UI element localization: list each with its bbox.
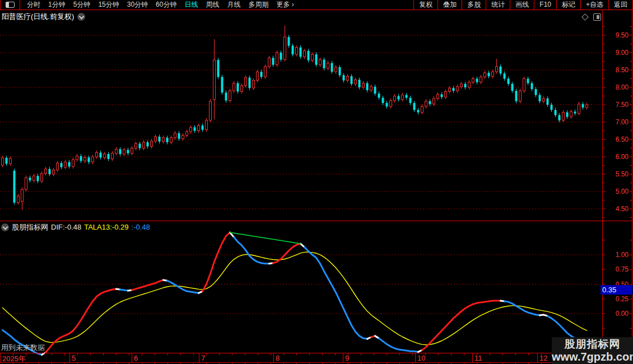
menu-item-5分钟[interactable]: 5分钟: [73, 0, 91, 10]
period-menu: 分时1分钟5分钟15分钟30分钟60分钟日线周线月线多周期更多 ›: [20, 0, 301, 10]
price-axis-label: 7.00: [603, 118, 629, 126]
indicator-axis-label: 0.25: [603, 295, 629, 303]
price-axis-label: 7.50: [603, 101, 629, 109]
layout-toggle-button[interactable]: [1, 0, 20, 10]
timeline-month-label: 12: [539, 354, 547, 362]
price-axis-label: 9.00: [603, 49, 629, 57]
menu-item-分时[interactable]: 分时: [27, 0, 40, 10]
top-menubar: 分时1分钟5分钟15分钟30分钟60分钟日线周线月线多周期更多 › 复权叠加多股…: [0, 0, 633, 10]
menu-item-返回[interactable]: 返回: [608, 0, 632, 10]
site-watermark: 股朋指标网 www.7gpzb.com: [552, 337, 633, 364]
menu-item-月线[interactable]: 月线: [227, 0, 240, 10]
watermark-name: 股朋指标网: [552, 338, 633, 351]
dif-line-segment: [505, 301, 540, 315]
axis-value-marker: 0.35: [601, 285, 632, 295]
stock-app-window: 分时1分钟5分钟15分钟30分钟60分钟日线周线月线多周期更多 › 复权叠加多股…: [0, 0, 633, 364]
menu-item-多周期[interactable]: 多周期: [248, 0, 268, 10]
dif-line-segment: [305, 247, 367, 339]
dif-line-segment: [422, 301, 501, 350]
chart-canvas[interactable]: [0, 0, 633, 364]
menu-item-多股[interactable]: 多股: [462, 0, 486, 10]
indicator-header: 股朋指标网 DIF:-0.48 TALA13:-0.29 :-0.48: [1, 223, 150, 232]
chevron-down-icon[interactable]: [77, 13, 85, 21]
timeline-month-label: 5: [72, 354, 76, 362]
gridlines: [0, 35, 602, 314]
menu-item-更多 ›[interactable]: 更多 ›: [276, 0, 294, 10]
menu-item-标记[interactable]: 标记: [556, 0, 580, 10]
timeline-month-label: 6: [134, 354, 138, 362]
chart-title-row: 阳普医疗(日线.前复权): [2, 12, 85, 22]
menu-item-+自选[interactable]: +自选: [580, 0, 608, 10]
menu-item-1分钟[interactable]: 1分钟: [48, 0, 66, 10]
indicator-name: 股朋指标网: [12, 223, 48, 232]
tools-menu: 复权叠加多股统计画线F10标记+自选返回: [413, 0, 633, 10]
indicator-axis-label: 1.00: [603, 251, 629, 259]
third-line-readout: :-0.48: [131, 223, 150, 232]
indicator-axis-label: 0.00: [603, 310, 629, 318]
menu-item-30分钟[interactable]: 30分钟: [127, 0, 148, 10]
dif-line-segment: [132, 280, 164, 290]
timeline-month-label: 10: [417, 354, 425, 362]
dif-line-segment: [234, 237, 269, 264]
watermark-url: www.7gpzb.com: [552, 351, 633, 363]
menu-item-复权[interactable]: 复权: [413, 0, 437, 10]
menu-item-F10[interactable]: F10: [534, 0, 556, 10]
menu-item-统计[interactable]: 统计: [486, 0, 510, 10]
timeline-month-label: 11: [474, 354, 482, 362]
dif-line-segment: [120, 290, 128, 291]
price-axis-label: 5.50: [603, 170, 629, 178]
dif-line-segment: [46, 289, 117, 352]
price-axis-label: 8.50: [603, 66, 629, 74]
indicator-chevron-down-icon[interactable]: [1, 223, 9, 231]
future-data-note: 用到未来数据: [1, 343, 45, 353]
timeline-month-label: 8: [276, 354, 280, 362]
indicator-lines: [3, 232, 587, 354]
menu-item-画线[interactable]: 画线: [510, 0, 534, 10]
timeline-year-label: 2025年: [2, 354, 26, 364]
price-axis-label: 9.50: [603, 31, 629, 39]
candlestick-series: [2, 26, 588, 210]
price-axis-label: 4.50: [603, 205, 629, 213]
tala13-readout: TALA13:-0.29: [84, 223, 128, 232]
price-axis-label: 5.00: [603, 188, 629, 195]
dif-line-segment: [203, 232, 230, 291]
menu-item-叠加[interactable]: 叠加: [437, 0, 462, 10]
panel-layout-icon[interactable]: [593, 13, 601, 21]
split-panel-icon: [6, 2, 15, 8]
timeline-month-label: 7: [201, 354, 205, 362]
page-title: 阳普医疗(日线.前复权): [2, 12, 74, 22]
price-axis-label: 6.00: [603, 153, 629, 161]
menu-item-60分钟[interactable]: 60分钟: [156, 0, 176, 10]
price-axis-label: 8.00: [603, 83, 629, 91]
price-axis-label: 6.50: [603, 136, 629, 143]
menu-item-15分钟[interactable]: 15分钟: [98, 0, 119, 10]
indicator-axis-label: 0.75: [603, 265, 629, 273]
menu-item-日线[interactable]: 日线: [184, 0, 198, 10]
menu-item-周线[interactable]: 周线: [206, 0, 219, 10]
dif-line-segment: [540, 315, 548, 316]
dif-readout: DIF:-0.48: [51, 223, 81, 232]
tala13-line: [3, 252, 587, 345]
dif-line-segment: [379, 338, 418, 352]
peak-trendline: [230, 232, 301, 244]
timeline-month-label: 9: [345, 354, 349, 362]
